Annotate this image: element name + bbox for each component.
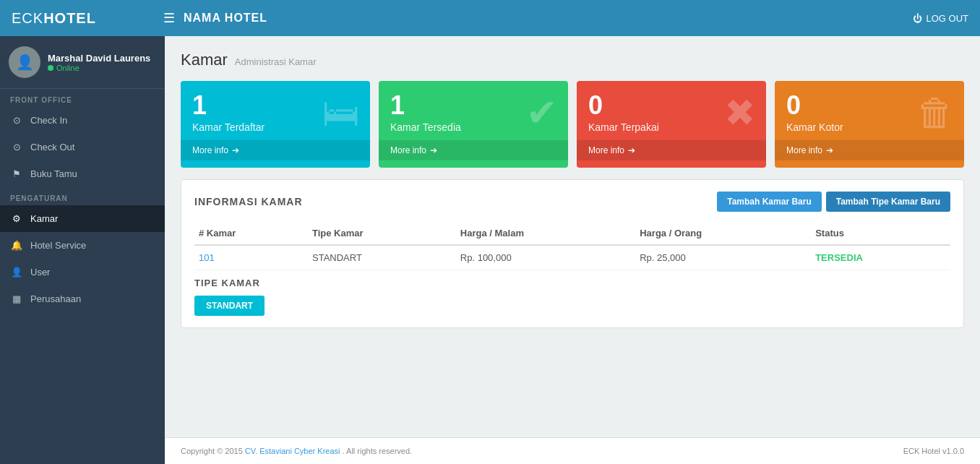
stat-more-info-terpakai[interactable]: More info ➔	[577, 140, 766, 160]
col-harga-malam: Harga / Malam	[456, 222, 635, 245]
col-kamar: # Kamar	[194, 222, 308, 245]
stat-card-tersedia: 1 Kamar Tersedia ✔ More info ➔	[379, 81, 568, 168]
sidebar-item-label-user: User	[30, 267, 50, 278]
power-icon: ⏻	[913, 13, 922, 24]
sidebar: 👤 Marshal David Laurens Online FRONT OFF…	[0, 36, 165, 464]
page-subtitle: Administrasi Kamar	[235, 56, 317, 67]
layout: 👤 Marshal David Laurens Online FRONT OFF…	[0, 36, 980, 464]
arrow-right-icon-1: ➔	[232, 145, 239, 155]
table-header-row: # Kamar Tipe Kamar Harga / Malam Harga /…	[194, 222, 950, 245]
page-header: Kamar Administrasi Kamar	[181, 51, 964, 69]
sidebar-item-user[interactable]: 👤 User	[0, 259, 165, 285]
add-room-type-button[interactable]: Tambah Tipe Kamar Baru	[826, 192, 950, 212]
logout-label: LOG OUT	[926, 13, 968, 24]
section-label-pengaturan: PENGATURAN	[0, 187, 165, 205]
sidebar-item-check-in[interactable]: ⊙ Check In	[0, 107, 165, 134]
tipe-section-title: TIPE KAMAR	[194, 278, 950, 288]
checkout-icon: ⊙	[10, 142, 23, 152]
menu-icon[interactable]: ☰	[163, 10, 175, 26]
section-label-front-office: FRONT OFFICE	[0, 89, 165, 107]
sidebar-item-label-kamar: Kamar	[30, 213, 58, 224]
username: Marshal David Laurens	[48, 53, 150, 64]
kamar-icon: ⚙	[10, 213, 23, 224]
sidebar-user: 👤 Marshal David Laurens Online	[0, 36, 165, 89]
stat-more-info-label-2: More info	[390, 145, 426, 155]
stat-card-kotor: 0 Kamar Kotor 🗑 More info ➔	[775, 81, 964, 168]
brand-hotel: HOTEL	[43, 10, 96, 26]
check-icon: ✔	[526, 91, 558, 134]
avatar: 👤	[9, 46, 40, 78]
copyright-text: Copyright © 2015	[181, 447, 243, 455]
arrow-right-icon-3: ➔	[628, 145, 635, 155]
main-footer: Copyright © 2015 CV. Estaviani Cyber Kre…	[165, 437, 980, 464]
arrow-right-icon-2: ➔	[430, 145, 437, 155]
cell-harga-orang: Rp. 25,000	[635, 245, 811, 270]
page-title: Kamar	[181, 51, 228, 69]
sidebar-item-label-hotel-service: Hotel Service	[30, 240, 86, 251]
user-icon: 👤	[10, 267, 23, 278]
footer-version: ECK Hotel v1.0.0	[903, 447, 964, 455]
checkin-icon: ⊙	[10, 115, 23, 126]
info-section-title: INFORMASI KAMAR	[194, 196, 303, 207]
sidebar-item-label-buku-tamu: Buku Tamu	[30, 168, 77, 179]
stat-card-terdaftar: 1 Kamar Terdaftar 🛏 More info ➔	[181, 81, 370, 168]
cross-icon: ✖	[724, 91, 756, 134]
bukutamu-icon: ⚑	[10, 168, 23, 179]
sidebar-item-hotel-service[interactable]: 🔔 Hotel Service	[0, 232, 165, 259]
cell-kamar: 101	[194, 245, 308, 270]
company-link[interactable]: CV. Estaviani Cyber Kreasi	[245, 447, 340, 455]
stat-more-info-terdaftar[interactable]: More info ➔	[181, 140, 370, 160]
arrow-right-icon-4: ➔	[826, 145, 833, 155]
room-table: # Kamar Tipe Kamar Harga / Malam Harga /…	[194, 222, 950, 270]
footer-copyright: Copyright © 2015 CV. Estaviani Cyber Kre…	[181, 447, 412, 455]
bed-icon: 🛏	[322, 91, 360, 134]
hotel-name: NAMA HOTEL	[184, 12, 913, 25]
sidebar-item-perusahaan[interactable]: ▦ Perusahaan	[0, 285, 165, 312]
trash-icon: 🗑	[916, 91, 954, 134]
main-content: Kamar Administrasi Kamar 1 Kamar Terdaft…	[165, 36, 980, 437]
table-row: 101 STANDART Rp. 100,000 Rp. 25,000 TERS…	[194, 245, 950, 270]
stat-more-info-label-1: More info	[192, 145, 228, 155]
sidebar-item-label-check-out: Check Out	[30, 142, 74, 152]
status-dot	[48, 65, 53, 71]
btn-group: Tambah Kamar Baru Tambah Tipe Kamar Baru	[717, 192, 950, 212]
table-body: 101 STANDART Rp. 100,000 Rp. 25,000 TERS…	[194, 245, 950, 270]
col-status: Status	[811, 222, 950, 245]
logout-button[interactable]: ⏻ LOG OUT	[913, 13, 968, 24]
user-status: Online	[48, 64, 150, 72]
stat-more-info-label-4: More info	[786, 145, 822, 155]
hotelservice-icon: 🔔	[10, 240, 23, 251]
top-navbar: ECKHOTEL ☰ NAMA HOTEL ⏻ LOG OUT	[0, 0, 980, 36]
stat-card-terpakai: 0 Kamar Terpakai ✖ More info ➔	[577, 81, 766, 168]
sidebar-item-kamar[interactable]: ⚙ Kamar	[0, 205, 165, 232]
perusahaan-icon: ▦	[10, 293, 23, 304]
user-info: Marshal David Laurens Online	[48, 53, 150, 72]
stat-more-info-tersedia[interactable]: More info ➔	[379, 140, 568, 160]
col-harga-orang: Harga / Orang	[635, 222, 811, 245]
brand-eck: ECK	[12, 10, 43, 26]
table-head: # Kamar Tipe Kamar Harga / Malam Harga /…	[194, 222, 950, 245]
info-section-header: INFORMASI KAMAR Tambah Kamar Baru Tambah…	[194, 192, 950, 212]
sidebar-item-buku-tamu[interactable]: ⚑ Buku Tamu	[0, 160, 165, 187]
col-tipe: Tipe Kamar	[308, 222, 456, 245]
cell-harga-malam: Rp. 100,000	[456, 245, 635, 270]
stat-more-info-label-3: More info	[588, 145, 624, 155]
stat-more-info-kotor[interactable]: More info ➔	[775, 140, 964, 160]
tipe-badge-standart[interactable]: STANDART	[194, 296, 265, 316]
cell-status: TERSEDIA	[811, 245, 950, 270]
rights-text: . All rights reserved.	[343, 447, 413, 455]
room-link[interactable]: 101	[199, 252, 215, 263]
sidebar-item-check-out[interactable]: ⊙ Check Out	[0, 134, 165, 160]
tipe-section: TIPE KAMAR STANDART	[194, 278, 950, 316]
cell-tipe: STANDART	[308, 245, 456, 270]
sidebar-item-label-perusahaan: Perusahaan	[30, 293, 81, 304]
add-room-button[interactable]: Tambah Kamar Baru	[717, 192, 821, 212]
brand: ECKHOTEL	[12, 10, 163, 27]
stat-cards: 1 Kamar Terdaftar 🛏 More info ➔ 1 Kamar …	[181, 81, 964, 168]
info-section: INFORMASI KAMAR Tambah Kamar Baru Tambah…	[181, 179, 964, 328]
sidebar-item-label-check-in: Check In	[30, 115, 67, 126]
status-label: Online	[56, 64, 79, 72]
